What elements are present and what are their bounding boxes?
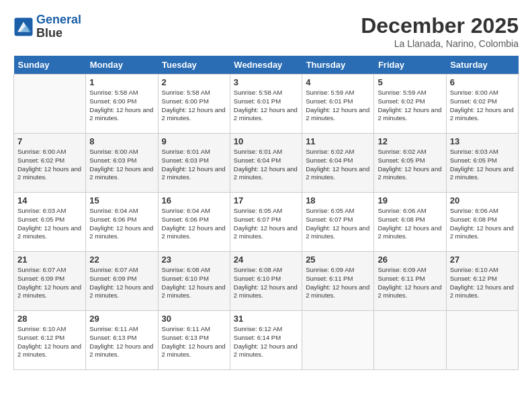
day-info: Sunrise: 5:58 AM Sunset: 6:00 PM Dayligh…	[89, 89, 154, 123]
calendar-cell: 1Sunrise: 5:58 AM Sunset: 6:00 PM Daylig…	[86, 75, 158, 134]
day-info: Sunrise: 6:06 AM Sunset: 6:08 PM Dayligh…	[378, 207, 442, 241]
day-info: Sunrise: 6:05 AM Sunset: 6:07 PM Dayligh…	[234, 207, 298, 241]
calendar-cell: 15Sunrise: 6:04 AM Sunset: 6:06 PM Dayli…	[86, 193, 158, 252]
calendar-cell	[302, 311, 374, 370]
day-info: Sunrise: 6:01 AM Sunset: 6:04 PM Dayligh…	[234, 148, 298, 182]
day-info: Sunrise: 6:00 AM Sunset: 6:02 PM Dayligh…	[450, 89, 515, 123]
day-number: 10	[234, 136, 298, 146]
day-info: Sunrise: 6:10 AM Sunset: 6:12 PM Dayligh…	[450, 266, 515, 300]
day-info: Sunrise: 6:11 AM Sunset: 6:13 PM Dayligh…	[89, 325, 154, 359]
calendar-cell: 3Sunrise: 5:58 AM Sunset: 6:01 PM Daylig…	[230, 75, 302, 134]
day-info: Sunrise: 6:01 AM Sunset: 6:03 PM Dayligh…	[162, 148, 226, 182]
day-number: 30	[162, 314, 226, 324]
page-header: General Blue December 2025 La Llanada, N…	[13, 13, 519, 49]
day-info: Sunrise: 6:10 AM Sunset: 6:12 PM Dayligh…	[17, 325, 82, 359]
day-number: 29	[89, 314, 154, 324]
calendar-cell: 7Sunrise: 6:00 AM Sunset: 6:02 PM Daylig…	[14, 134, 86, 193]
day-number: 21	[17, 255, 82, 265]
day-number: 24	[234, 255, 298, 265]
calendar-cell: 21Sunrise: 6:07 AM Sunset: 6:09 PM Dayli…	[14, 252, 86, 311]
calendar-cell	[446, 311, 518, 370]
weekday-friday: Friday	[374, 56, 446, 75]
day-info: Sunrise: 5:58 AM Sunset: 6:01 PM Dayligh…	[234, 89, 298, 123]
calendar-cell: 25Sunrise: 6:09 AM Sunset: 6:11 PM Dayli…	[302, 252, 374, 311]
calendar-week-1: 7Sunrise: 6:00 AM Sunset: 6:02 PM Daylig…	[14, 134, 519, 193]
calendar-cell: 31Sunrise: 6:12 AM Sunset: 6:14 PM Dayli…	[230, 311, 302, 370]
day-number: 11	[306, 136, 370, 146]
day-info: Sunrise: 6:09 AM Sunset: 6:11 PM Dayligh…	[306, 266, 370, 300]
day-number: 6	[450, 77, 515, 87]
day-info: Sunrise: 6:03 AM Sunset: 6:05 PM Dayligh…	[450, 148, 515, 182]
calendar-cell: 29Sunrise: 6:11 AM Sunset: 6:13 PM Dayli…	[86, 311, 158, 370]
day-number: 15	[89, 195, 154, 205]
day-number: 7	[17, 136, 82, 146]
calendar-header: SundayMondayTuesdayWednesdayThursdayFrid…	[14, 56, 519, 75]
calendar-table: SundayMondayTuesdayWednesdayThursdayFrid…	[13, 56, 519, 370]
logo: General Blue	[13, 13, 81, 40]
weekday-saturday: Saturday	[446, 56, 518, 75]
day-number: 20	[450, 195, 515, 205]
logo-icon	[13, 17, 34, 37]
day-info: Sunrise: 6:07 AM Sunset: 6:09 PM Dayligh…	[17, 266, 82, 300]
calendar-cell	[374, 311, 446, 370]
weekday-header-row: SundayMondayTuesdayWednesdayThursdayFrid…	[14, 56, 519, 75]
day-info: Sunrise: 6:08 AM Sunset: 6:10 PM Dayligh…	[162, 266, 226, 300]
calendar-cell: 28Sunrise: 6:10 AM Sunset: 6:12 PM Dayli…	[14, 311, 86, 370]
day-info: Sunrise: 6:07 AM Sunset: 6:09 PM Dayligh…	[89, 266, 154, 300]
day-info: Sunrise: 6:06 AM Sunset: 6:08 PM Dayligh…	[450, 207, 515, 241]
day-number: 5	[378, 77, 442, 87]
day-info: Sunrise: 6:03 AM Sunset: 6:05 PM Dayligh…	[17, 207, 82, 241]
location: La Llanada, Narino, Colombia	[361, 38, 519, 49]
day-number: 1	[89, 77, 154, 87]
calendar-week-0: 1Sunrise: 5:58 AM Sunset: 6:00 PM Daylig…	[14, 75, 519, 134]
day-number: 23	[162, 255, 226, 265]
day-number: 2	[162, 77, 226, 87]
calendar-cell: 11Sunrise: 6:02 AM Sunset: 6:04 PM Dayli…	[302, 134, 374, 193]
weekday-monday: Monday	[86, 56, 158, 75]
day-number: 26	[378, 255, 442, 265]
day-number: 19	[378, 195, 442, 205]
calendar-cell: 4Sunrise: 5:59 AM Sunset: 6:01 PM Daylig…	[302, 75, 374, 134]
day-info: Sunrise: 6:00 AM Sunset: 6:03 PM Dayligh…	[89, 148, 154, 182]
day-number: 17	[234, 195, 298, 205]
day-info: Sunrise: 6:02 AM Sunset: 6:05 PM Dayligh…	[378, 148, 442, 182]
day-info: Sunrise: 6:12 AM Sunset: 6:14 PM Dayligh…	[234, 325, 298, 359]
day-number: 3	[234, 77, 298, 87]
calendar-cell: 2Sunrise: 5:58 AM Sunset: 6:00 PM Daylig…	[158, 75, 230, 134]
calendar-cell: 22Sunrise: 6:07 AM Sunset: 6:09 PM Dayli…	[86, 252, 158, 311]
calendar-cell: 30Sunrise: 6:11 AM Sunset: 6:13 PM Dayli…	[158, 311, 230, 370]
calendar-cell: 19Sunrise: 6:06 AM Sunset: 6:08 PM Dayli…	[374, 193, 446, 252]
day-number: 8	[89, 136, 154, 146]
calendar-cell: 13Sunrise: 6:03 AM Sunset: 6:05 PM Dayli…	[446, 134, 518, 193]
day-info: Sunrise: 5:59 AM Sunset: 6:02 PM Dayligh…	[378, 89, 442, 123]
title-area: December 2025 La Llanada, Narino, Colomb…	[361, 13, 519, 49]
day-number: 16	[162, 195, 226, 205]
calendar-cell	[14, 75, 86, 134]
calendar-cell: 14Sunrise: 6:03 AM Sunset: 6:05 PM Dayli…	[14, 193, 86, 252]
day-number: 18	[306, 195, 370, 205]
calendar-cell: 17Sunrise: 6:05 AM Sunset: 6:07 PM Dayli…	[230, 193, 302, 252]
weekday-sunday: Sunday	[14, 56, 86, 75]
day-number: 12	[378, 136, 442, 146]
day-info: Sunrise: 6:02 AM Sunset: 6:04 PM Dayligh…	[306, 148, 370, 182]
calendar-week-3: 21Sunrise: 6:07 AM Sunset: 6:09 PM Dayli…	[14, 252, 519, 311]
day-info: Sunrise: 6:05 AM Sunset: 6:07 PM Dayligh…	[306, 207, 370, 241]
day-info: Sunrise: 6:04 AM Sunset: 6:06 PM Dayligh…	[162, 207, 226, 241]
day-number: 13	[450, 136, 515, 146]
calendar-cell: 27Sunrise: 6:10 AM Sunset: 6:12 PM Dayli…	[446, 252, 518, 311]
day-number: 27	[450, 255, 515, 265]
day-info: Sunrise: 6:11 AM Sunset: 6:13 PM Dayligh…	[162, 325, 226, 359]
day-info: Sunrise: 5:59 AM Sunset: 6:01 PM Dayligh…	[306, 89, 370, 123]
weekday-tuesday: Tuesday	[158, 56, 230, 75]
calendar-cell: 6Sunrise: 6:00 AM Sunset: 6:02 PM Daylig…	[446, 75, 518, 134]
calendar-cell: 16Sunrise: 6:04 AM Sunset: 6:06 PM Dayli…	[158, 193, 230, 252]
weekday-thursday: Thursday	[302, 56, 374, 75]
day-info: Sunrise: 6:08 AM Sunset: 6:10 PM Dayligh…	[234, 266, 298, 300]
day-number: 28	[17, 314, 82, 324]
calendar-cell: 24Sunrise: 6:08 AM Sunset: 6:10 PM Dayli…	[230, 252, 302, 311]
day-number: 14	[17, 195, 82, 205]
calendar-week-4: 28Sunrise: 6:10 AM Sunset: 6:12 PM Dayli…	[14, 311, 519, 370]
calendar-cell: 23Sunrise: 6:08 AM Sunset: 6:10 PM Dayli…	[158, 252, 230, 311]
day-number: 25	[306, 255, 370, 265]
calendar-cell: 26Sunrise: 6:09 AM Sunset: 6:11 PM Dayli…	[374, 252, 446, 311]
